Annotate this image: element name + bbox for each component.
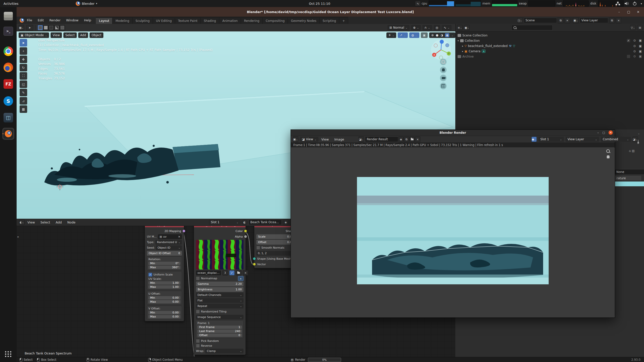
shading-material-icon[interactable]: ◑ xyxy=(440,33,443,37)
outliner-row-collection[interactable]: ▾ Collection ✓ xyxy=(456,38,644,43)
uv-map-field[interactable]: ▦uv× xyxy=(158,234,182,239)
render-result-field[interactable]: Render Result xyxy=(365,137,398,142)
active-tool-icon[interactable]: ➤ xyxy=(26,25,33,30)
modifier-wrench-icon[interactable]: ⚒ xyxy=(509,44,512,48)
window-title-bar[interactable]: Blender* [/home/david/tmp/vecdisp/Guided… xyxy=(17,7,644,17)
rotation-max-slider[interactable]: Max360° xyxy=(148,266,180,269)
extension-dropdown[interactable]: Repeat xyxy=(196,304,244,308)
app-menu[interactable]: Blender▾ xyxy=(72,0,101,7)
outliner-row-camera[interactable]: ▸ ▣ Camera ▣ xyxy=(456,49,644,54)
shading-rendered-icon[interactable]: ◉ xyxy=(445,33,449,37)
view-layer-field[interactable]: View Layer xyxy=(580,18,608,23)
scene-field[interactable]: Scene xyxy=(524,18,557,23)
select-mode-extend[interactable] xyxy=(43,25,49,30)
tool-measure[interactable]: ⊿ xyxy=(20,97,27,105)
hide-eye-icon[interactable] xyxy=(633,55,636,58)
object-id-offset-slider[interactable]: Object ID Offset0 xyxy=(147,251,182,256)
menu-render[interactable]: Render xyxy=(47,18,63,22)
close-button[interactable]: ✕ xyxy=(635,9,641,15)
render-menu-view[interactable]: View xyxy=(318,138,332,141)
node-menu-view[interactable]: View xyxy=(25,220,38,224)
view-layer-copy-icon[interactable]: ⧉ xyxy=(609,18,615,23)
first-frame-slider[interactable]: First Frame1 xyxy=(197,326,242,329)
dock-item-terminal[interactable]: >_ xyxy=(2,25,14,37)
scale-slider[interactable]: Scale0.00 xyxy=(256,234,295,239)
tab-shading[interactable]: Shading xyxy=(201,18,219,24)
socket-shape-in[interactable] xyxy=(253,257,256,260)
color-swatch[interactable] xyxy=(615,182,644,186)
expand-arrow-icon[interactable]: ▾ xyxy=(458,39,459,42)
clock[interactable]: Oct 25 11:10 xyxy=(309,0,330,7)
camera-data-icon[interactable]: ▣ xyxy=(482,50,486,53)
socket-color[interactable] xyxy=(244,230,247,233)
normalmap-checkbox[interactable] xyxy=(196,277,200,280)
node-menu-node[interactable]: Node xyxy=(64,220,78,224)
tab-animation[interactable]: Animation xyxy=(219,18,241,24)
dock-item-files[interactable] xyxy=(2,10,14,22)
perspective-toggle-icon[interactable] xyxy=(440,83,447,89)
transform-orientation-dropdown[interactable]: ⊞ Normal xyxy=(387,25,410,30)
image-datablock-icon[interactable]: ▴ xyxy=(238,276,244,281)
render-slot-icon[interactable]: ◉ xyxy=(531,137,537,142)
open-image-folder-icon[interactable] xyxy=(236,270,242,276)
menu-window[interactable]: Window xyxy=(63,18,81,22)
render-progress-bar[interactable]: 0% xyxy=(308,358,341,362)
zoom-image-icon[interactable] xyxy=(606,149,610,153)
node-menu-select[interactable]: Select xyxy=(38,220,53,224)
navigation-gizmo[interactable]: X Y xyxy=(430,38,452,61)
last-frame-slider[interactable]: Last Frame240 xyxy=(197,330,242,333)
node-2d-mapping[interactable]: ▾2D Mapping 2D Mapping UV M...▦uv× Type:… xyxy=(145,222,184,321)
channels-dropdown[interactable]: Default Channels xyxy=(196,293,244,297)
tab-texture-paint[interactable]: Texture Paint xyxy=(175,18,201,24)
smooth-normals-checkbox[interactable] xyxy=(256,246,260,250)
add-workspace-button[interactable]: + xyxy=(339,18,348,24)
rotation-min-slider[interactable]: Min0° xyxy=(148,262,180,265)
clear-icon[interactable]: × xyxy=(178,235,180,238)
tab-uv-editing[interactable]: UV Editing xyxy=(153,18,175,24)
disable-render-icon[interactable] xyxy=(639,55,642,58)
u-offset-min-slider[interactable]: Min0.00 xyxy=(148,296,180,299)
dock-item-chrome[interactable] xyxy=(2,45,14,57)
activities-button[interactable]: Activities xyxy=(0,0,22,7)
gizmos-toggle[interactable]: ✈ xyxy=(386,32,396,38)
dock-item-blender[interactable] xyxy=(2,128,14,140)
tab-modeling[interactable]: Modeling xyxy=(112,18,133,24)
tab-scripting[interactable]: Scripting xyxy=(320,18,339,24)
uniform-scale-checkbox[interactable] xyxy=(148,273,152,277)
randomized-tiling-checkbox[interactable] xyxy=(196,310,200,313)
properties-collapse-icon[interactable] xyxy=(638,131,640,135)
app-grid-button[interactable] xyxy=(2,348,14,360)
disable-render-icon[interactable] xyxy=(639,39,642,42)
pivot-point-dropdown[interactable]: ⊕ xyxy=(411,25,421,30)
render-menu-image[interactable]: Image xyxy=(332,138,347,141)
outliner-display-mode-dropdown[interactable]: ≡ xyxy=(457,25,463,30)
node-menu-add[interactable]: Add xyxy=(53,220,64,224)
close-button[interactable]: ✕ xyxy=(609,130,613,135)
properties-tab-icons[interactable]: ⌂ ▤ xyxy=(629,149,635,153)
new-collection-button[interactable]: ⊞ xyxy=(637,25,643,30)
editor-type-icon[interactable]: ◐ xyxy=(19,219,25,225)
expand-arrow-icon[interactable]: ▸ xyxy=(462,50,463,53)
fake-user-shield-icon[interactable]: ◈ xyxy=(398,137,404,142)
tab-rendering[interactable]: Rendering xyxy=(241,18,263,24)
triangulate-modifier-icon[interactable]: ▽ xyxy=(513,44,515,48)
scene-unlink-icon[interactable]: × xyxy=(565,18,570,23)
menu-edit[interactable]: Edit xyxy=(35,18,47,22)
sidebar-expand-arrow[interactable]: ▸ xyxy=(18,235,19,238)
power-icon[interactable] xyxy=(633,2,637,6)
render-pass-dropdown[interactable]: Combined xyxy=(601,137,631,142)
view-mode-dropdown[interactable]: ◪ View xyxy=(300,137,318,142)
gamma-slider[interactable]: Gamma2.20 xyxy=(196,282,244,286)
mode-dropdown[interactable]: ▣ Object Mode xyxy=(19,32,49,38)
maximize-button[interactable]: ▢ xyxy=(602,131,605,134)
zoom-view-icon[interactable] xyxy=(440,59,447,65)
collection-checkbox[interactable]: ✓ xyxy=(627,39,630,42)
system-monitor-icon[interactable]: ∿ xyxy=(415,1,421,6)
offset-slider[interactable]: Offset0.00 xyxy=(256,240,295,245)
minimize-button[interactable]: – xyxy=(597,131,599,134)
view-layer-remove-icon[interactable]: × xyxy=(616,18,621,23)
brightness-slider[interactable]: Brightness1.00 xyxy=(196,287,244,292)
filter-funnel-dropdown[interactable]: ▽ xyxy=(630,25,636,30)
hide-eye-icon[interactable] xyxy=(633,39,636,42)
shading-solid-icon[interactable]: ● xyxy=(436,33,438,37)
